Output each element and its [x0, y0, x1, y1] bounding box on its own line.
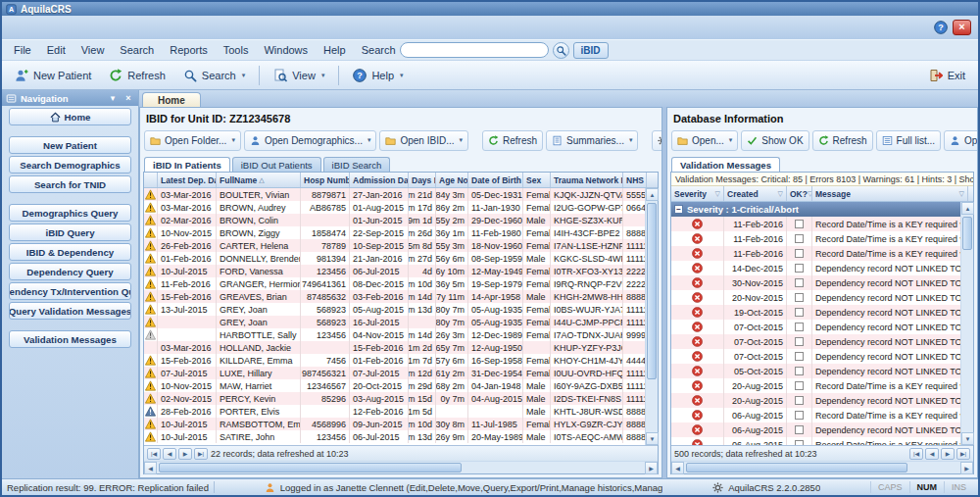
validation-row[interactable]: 06-Aug-2015Dependency record NOT LINKED … [671, 422, 960, 437]
ok-checkbox[interactable] [795, 381, 804, 390]
validation-row[interactable]: 07-Oct-2015Dependency record NOT LINKED … [671, 320, 960, 334]
patient-row[interactable]: 03-Mar-2016BOULTER, Vivian887987127-Jan-… [144, 188, 645, 201]
patient-row[interactable]: 02-Nov-2015PERCY, Kevin8529603-Aug-20157… [144, 392, 645, 405]
ok-checkbox[interactable] [795, 278, 804, 287]
validation-row[interactable]: 14-Dec-2015Dependency record NOT LINKED … [671, 261, 960, 275]
validation-row[interactable]: 06-Aug-2015Record Date/Time is a KEY req… [671, 437, 960, 445]
patient-grid-vscrollbar[interactable]: ▲ ▼ [645, 188, 658, 445]
ok-checkbox[interactable] [795, 337, 804, 346]
validation-row[interactable]: 30-Nov-2015Dependency record NOT LINKED … [671, 275, 960, 290]
column-header-ok[interactable]: OK?▽ [787, 186, 812, 201]
menu-edit[interactable]: Edit [39, 42, 74, 58]
toolbar-help[interactable]: ?Help▾ [345, 65, 411, 86]
menu-help[interactable]: Help [316, 42, 354, 58]
sidebar-item-search-for-tnid[interactable]: Search for TNID [9, 175, 131, 193]
db-full-list[interactable]: Full list... [876, 130, 941, 151]
column-header-trauma-network-id[interactable]: Trauma Network ID [551, 173, 623, 187]
pager-last-button[interactable]: ▶| [194, 448, 208, 460]
sidebar-item-ibid-query[interactable]: iBID Query [9, 224, 131, 241]
ok-checkbox[interactable] [795, 264, 804, 273]
ok-checkbox[interactable] [795, 396, 804, 405]
patient-row[interactable]: 01-Feb-2016DONNELLY, Brenden98139421-Jan… [144, 252, 645, 265]
scroll-right-icon[interactable]: ▶ [645, 462, 658, 474]
column-header-age-now[interactable]: Age Now [436, 173, 468, 187]
column-header-sex[interactable]: Sex [523, 173, 551, 187]
titlebar[interactable]: A AquilaCRS [2, 2, 978, 16]
panel-menu-icon[interactable]: ▾ [107, 93, 119, 103]
filter-icon[interactable]: ▽ [959, 190, 964, 198]
patient-row[interactable]: 15-Feb-2016KILLDARE, Emma745601-Feb-2016… [144, 354, 645, 367]
validation-row[interactable]: 20-Aug-2015Dependency record NOT LINKED … [671, 393, 960, 408]
column-header-admission-date[interactable]: Admission Date [350, 173, 409, 187]
patient-row[interactable]: GREY, Joan56892316-Jul-201580y 7m05-Aug-… [144, 316, 645, 328]
search-go-button[interactable] [553, 42, 569, 59]
patient-row[interactable]: 10-Jul-2015SATIRE, John12345606-Jul-2015… [144, 430, 645, 443]
sidebar-item-search-demographics[interactable]: Search Demographics [9, 156, 131, 174]
sidebar-item-ibid-dependency[interactable]: IBID & Dependency [9, 243, 131, 261]
close-button[interactable]: × [953, 20, 971, 35]
menu-reports[interactable]: Reports [162, 42, 216, 58]
ok-checkbox[interactable] [795, 308, 804, 317]
ibid-summaries[interactable]: Summaries...▾ [546, 130, 638, 151]
ok-checkbox[interactable] [795, 367, 804, 375]
patient-row[interactable]: 03-Mar-2016HOLLAND, Jackie15-Feb-20161m … [144, 341, 645, 354]
scroll-up-icon[interactable]: ▲ [646, 188, 659, 201]
menu-windows[interactable]: Windows [256, 42, 316, 58]
column-header-message[interactable]: Message▽ [812, 186, 968, 201]
help-button[interactable]: ? [934, 21, 948, 34]
pager-next-button[interactable]: ▶ [178, 448, 192, 460]
patient-row[interactable]: 26-Feb-2016CARTER, Helena7878910-Sep-201… [144, 239, 645, 252]
db-open[interactable]: Open...▾ [671, 130, 738, 151]
patient-row[interactable]: 02-Mar-2016BROWN, Colin01-Jun-20159m 1d5… [144, 214, 645, 226]
patient-row[interactable]: 07-Jul-2015LUXE, Hillary98745632107-Jul-… [144, 367, 645, 379]
pager-first-button[interactable]: |◀ [909, 448, 923, 460]
ok-checkbox[interactable] [795, 425, 804, 434]
validation-row[interactable]: 07-Oct-2015Dependency record NOT LINKED … [671, 334, 960, 349]
validation-row[interactable]: 11-Feb-2016Record Date/Time is a KEY req… [671, 217, 960, 231]
sidebar-item-dependency-tx-intervention-query[interactable]: Dependency Tx/Intervention Query [9, 282, 131, 300]
ibid-open-ibid[interactable]: Open IBID...▾ [379, 130, 468, 151]
pager-last-button[interactable]: ▶| [956, 448, 970, 460]
ok-checkbox[interactable] [795, 249, 804, 258]
scroll-left-icon[interactable]: ◀ [671, 462, 684, 474]
validation-row[interactable]: 11-Feb-2016Record Date/Time is a KEY req… [671, 231, 960, 246]
ibid-open-demographics[interactable]: Open Demographics...▾ [244, 130, 377, 151]
column-header-status-icon[interactable] [144, 173, 158, 187]
column-header-latest-dep-date[interactable]: Latest Dep. Date [158, 173, 217, 187]
toolbar-new-patient[interactable]: New Patient [7, 65, 99, 86]
validation-row[interactable]: 05-Oct-2015Dependency record NOT LINKED … [671, 364, 960, 378]
scroll-down-icon[interactable]: ▼ [646, 432, 659, 445]
ibid-open-folder[interactable]: Open Folder...▾ [144, 130, 241, 151]
scroll-up-icon[interactable]: ▲ [961, 202, 974, 215]
menu-file[interactable]: File [6, 42, 39, 58]
patient-row[interactable]: 03-Mar-2016BROWN, AudreyAB8678501-Aug-20… [144, 201, 645, 214]
search-input[interactable] [400, 42, 549, 58]
patient-row[interactable]: 10-Nov-2015BROWN, Ziggy185847422-Sep-201… [144, 226, 645, 239]
patient-row[interactable]: 28-Feb-2016PORTER, Elvis12-Feb-20161m 5d… [144, 405, 645, 418]
column-header-days-in[interactable]: Days In [409, 173, 436, 187]
toolbar-exit[interactable]: Exit [921, 65, 973, 86]
menu-search[interactable]: Search [112, 42, 162, 58]
ibid-refresh[interactable]: Refresh [482, 130, 543, 151]
column-header-date-of-birth[interactable]: Date of Birth [468, 173, 523, 187]
sidebar-item-new-patient[interactable]: New Patient [9, 136, 131, 154]
tab-ibid-in-patients[interactable]: iBID In Patients [144, 157, 230, 172]
sidebar-item-dependency-query[interactable]: Dependency Query [9, 263, 131, 280]
tab-ibid-search[interactable]: iBID Search [323, 157, 391, 172]
validation-row[interactable]: 11-Feb-2016Record Date/Time is a KEY req… [671, 246, 960, 261]
scroll-thumb[interactable] [686, 463, 907, 472]
patient-grid-hscrollbar[interactable]: ◀ ▶ [144, 461, 658, 473]
validation-grid-vscrollbar[interactable]: ▲ ▼ [960, 202, 973, 445]
patient-row[interactable]: HARBOTTLE, Sally12345604-Nov-20154m 14d2… [144, 328, 645, 341]
db-show-ok[interactable]: Show OK [741, 130, 808, 151]
column-header-nhs-numb[interactable]: NHS Numb [623, 173, 647, 187]
collapse-icon[interactable]: − [674, 205, 683, 214]
patient-row[interactable]: 10-Nov-2015MAW, Harriet1234656720-Oct-20… [144, 379, 645, 392]
ibid-search-button[interactable]: iBID [573, 42, 609, 59]
pager-next-button[interactable]: ▶ [941, 448, 955, 460]
validation-row[interactable]: 19-Oct-2015Dependency record NOT LINKED … [671, 305, 960, 320]
patient-row[interactable]: 10-Jul-2015RAMSBOTTOM, Emily456899609-Ju… [144, 418, 645, 430]
scroll-left-icon[interactable]: ◀ [144, 462, 157, 474]
tab-ibid-out-patients[interactable]: iBID Out Patients [232, 157, 321, 172]
db-open-patient[interactable]: Open patient...▾ [944, 130, 977, 151]
